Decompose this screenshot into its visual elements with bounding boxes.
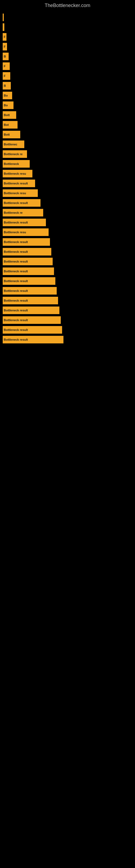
bar-row: Bottleneck result: [0, 257, 135, 267]
bar: Bott: [3, 111, 16, 119]
bar-row: F: [0, 42, 135, 52]
bar-row: Bottleneck result: [0, 247, 135, 257]
bar: Bottleneck resu: [3, 228, 49, 236]
bar: F: [3, 33, 6, 41]
bars-container: FFBFFBBoBoBottBotBottBottlenecBottleneck…: [0, 10, 135, 347]
bar-label: Bott: [4, 113, 10, 117]
bar-row: Bo: [0, 100, 135, 110]
bar-row: Bottleneck result: [0, 267, 135, 276]
bar: F: [3, 72, 10, 80]
bar-row: [0, 12, 135, 22]
bar-label: F: [4, 35, 6, 38]
bar-label: Bottleneck result: [4, 240, 28, 244]
bar-label: Bottleneck result: [4, 328, 28, 332]
bar: B: [3, 53, 9, 60]
bar-label: Bottleneck result: [4, 279, 28, 283]
bar-row: Bottleneck result: [0, 237, 135, 247]
bar-label: Bottleneck result: [4, 318, 28, 322]
bar-label: Bottleneck result: [4, 270, 28, 273]
bar-row: F: [0, 71, 135, 81]
bar-row: Bottleneck result: [0, 315, 135, 325]
bar: Bottleneck result: [3, 219, 46, 226]
bar: Bo: [3, 101, 13, 109]
bar-row: Bottlenec: [0, 140, 135, 149]
bar-label: Bottleneck resu: [4, 230, 26, 234]
bar-row: Bottleneck result: [0, 218, 135, 227]
bar-label: F: [4, 65, 6, 68]
bar-row: F: [0, 61, 135, 71]
bar-row: [0, 22, 135, 32]
bar: Bottleneck result: [3, 277, 55, 285]
bar: Bottleneck result: [3, 238, 50, 246]
bar: Bottleneck result: [3, 297, 58, 304]
bar: [3, 13, 4, 21]
bar-row: Bottleneck resu: [0, 188, 135, 198]
bar: Bottlenec: [3, 141, 24, 148]
bar-row: B: [0, 52, 135, 61]
bar-row: Bottleneck: [0, 159, 135, 169]
bar-row: Bottleneck result: [0, 198, 135, 208]
bar-row: Bottleneck result: [0, 179, 135, 188]
bar-row: Bottleneck result: [0, 305, 135, 315]
bar: Bottleneck resu: [3, 189, 38, 197]
bar: Bott: [3, 131, 20, 138]
bar: Bottleneck result: [3, 248, 51, 255]
bar-label: Bott: [4, 133, 10, 136]
bar-row: Bottleneck resu: [0, 169, 135, 179]
bar-label: Bottleneck: [4, 162, 19, 165]
bar-label: Bo: [4, 94, 8, 97]
bar: Bo: [3, 92, 12, 99]
bar: Bottleneck result: [3, 336, 63, 343]
bar-label: Bot: [4, 123, 9, 126]
bar: Bottleneck resu: [3, 170, 32, 177]
bar-row: F: [0, 32, 135, 42]
bar-label: Bottleneck result: [4, 289, 28, 292]
bar-label: F: [4, 45, 6, 48]
bar-label: Bottleneck result: [4, 309, 28, 312]
bar-row: Bottleneck result: [0, 276, 135, 286]
bar-label: Bo: [4, 104, 8, 107]
bar: Bottleneck result: [3, 326, 62, 334]
bar-label: Bottlenec: [4, 143, 17, 146]
bar-row: Bottleneck result: [0, 325, 135, 335]
bar: F: [3, 62, 10, 70]
bar-label: Bottleneck result: [4, 338, 28, 341]
bar-row: Bott: [0, 130, 135, 140]
bar-label: Bottleneck result: [4, 201, 28, 205]
bar: B: [3, 82, 11, 90]
bar-row: Bot: [0, 120, 135, 130]
bar-row: Bottleneck result: [0, 335, 135, 344]
bar-label: Bottleneck result: [4, 221, 28, 224]
bar-label: B: [4, 55, 6, 58]
bar: Bottleneck re: [3, 209, 43, 216]
site-title: TheBottlenecker.com: [0, 0, 135, 10]
bar-label: F: [4, 74, 6, 78]
bar-label: Bottleneck re: [4, 211, 23, 214]
bar-label: Bottleneck result: [4, 260, 28, 263]
bar-row: Bott: [0, 110, 135, 120]
bar-row: Bottleneck re: [0, 149, 135, 159]
bar: Bot: [3, 121, 17, 129]
bar-row: Bottleneck result: [0, 286, 135, 296]
bar: Bottleneck: [3, 160, 30, 167]
bar: Bottleneck re: [3, 150, 27, 158]
bar: Bottleneck result: [3, 258, 53, 265]
bar: Bottleneck result: [3, 180, 35, 187]
bar-label: B: [4, 84, 6, 87]
bar: Bottleneck result: [3, 316, 61, 324]
bar: Bottleneck result: [3, 307, 59, 314]
bar: F: [3, 43, 7, 51]
bar: Bottleneck result: [3, 199, 41, 207]
bar-row: B: [0, 81, 135, 91]
bar-row: Bottleneck resu: [0, 227, 135, 237]
bar-label: Bottleneck resu: [4, 172, 26, 175]
bar-label: Bottleneck result: [4, 299, 28, 302]
bar-label: Bottleneck re: [4, 152, 23, 156]
bar-row: Bottleneck result: [0, 296, 135, 305]
bar: Bottleneck result: [3, 287, 57, 294]
bar-row: Bottleneck re: [0, 208, 135, 218]
bar: [3, 23, 4, 31]
bar-label: Bottleneck result: [4, 182, 28, 185]
bar-row: Bo: [0, 91, 135, 100]
bar: Bottleneck result: [3, 268, 54, 275]
